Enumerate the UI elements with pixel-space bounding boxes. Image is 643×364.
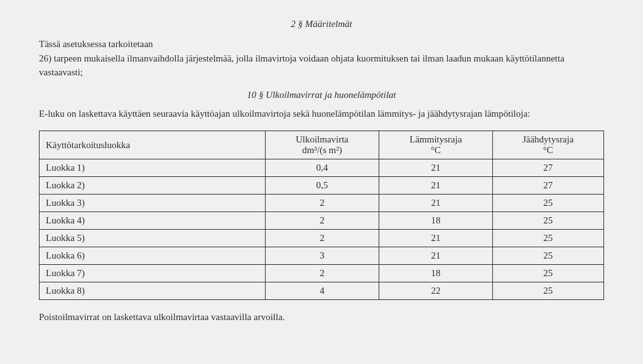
table-row: Luokka 1)0,42127 [40,159,604,177]
cell-airflow: 2 [265,195,379,212]
cell-cooling: 25 [492,282,603,300]
cell-heating: 18 [379,265,492,282]
cell-airflow: 3 [265,247,379,265]
cell-class: Luokka 1) [40,159,266,177]
cell-airflow: 2 [265,212,379,230]
col-header-class: Käyttötarkoitusluokka [40,131,266,159]
cell-airflow: 4 [265,282,379,300]
intro-paragraph: Tässä asetuksessa tarkoitetaan 26) tarpe… [39,37,604,80]
cell-cooling: 27 [492,159,603,177]
cell-class: Luokka 7) [40,265,266,282]
cell-class: Luokka 2) [40,177,266,195]
cell-cooling: 25 [492,195,603,212]
cell-heating: 21 [379,177,492,195]
footer-text: Poistoilmavirrat on laskettava ulkoilmav… [39,310,604,324]
table-row: Luokka 2)0,52127 [40,177,604,195]
table-row: Luokka 6)32125 [40,247,604,265]
cell-heating: 22 [379,282,492,300]
table-row: Luokka 7)21825 [40,265,604,282]
data-table: Käyttötarkoitusluokka Ulkoilmavirta dm³/… [39,131,604,300]
body-text: E-luku on laskettava käyttäen seuraavia … [39,107,604,121]
col-header-heating-sub: °C [431,145,441,155]
page-container: 2 § Määritelmät Tässä asetuksessa tarkoi… [20,13,623,331]
col-header-airflow-sub: dm³/(s m²) [302,145,342,155]
col-header-airflow-label: Ulkoilmavirta [296,134,349,144]
cell-airflow: 2 [265,230,379,247]
cell-cooling: 25 [492,212,603,230]
col-header-class-label: Käyttötarkoitusluokka [46,140,130,150]
cell-class: Luokka 3) [40,195,266,212]
cell-class: Luokka 8) [40,282,266,300]
cell-heating: 21 [379,195,492,212]
cell-airflow: 0,4 [265,159,379,177]
cell-cooling: 25 [492,230,603,247]
footer-text-content: Poistoilmavirrat on laskettava ulkoilmav… [39,312,285,322]
col-header-cooling-label: Jäähdytysraja [522,134,574,144]
cell-airflow: 2 [265,265,379,282]
cell-heating: 18 [379,212,492,230]
col-header-cooling-sub: °C [543,145,553,155]
col-header-heating-label: Lämmitysraja [409,134,462,144]
table-row: Luokka 4)21825 [40,212,604,230]
table-row: Luokka 3)22125 [40,195,604,212]
subsection-heading-text: 10 § Ulkoilmavirrat ja huonelämpötilat [247,90,396,100]
cell-cooling: 25 [492,247,603,265]
subsection-heading: 10 § Ulkoilmavirrat ja huonelämpötilat [39,90,604,100]
col-header-airflow: Ulkoilmavirta dm³/(s m²) [265,131,379,159]
cell-cooling: 27 [492,177,603,195]
section-heading-text: 2 § Määritelmät [291,19,352,29]
cell-heating: 21 [379,159,492,177]
table-row: Luokka 8)42225 [40,282,604,300]
col-header-heating: Lämmitysraja °C [379,131,492,159]
col-header-cooling: Jäähdytysraja °C [492,131,603,159]
cell-airflow: 0,5 [265,177,379,195]
cell-heating: 21 [379,230,492,247]
cell-heating: 21 [379,247,492,265]
cell-class: Luokka 5) [40,230,266,247]
intro-item-text: 26) tarpeen mukaisella ilmanvaihdolla jä… [39,53,565,78]
cell-cooling: 25 [492,265,603,282]
table-row: Luokka 5)22125 [40,230,604,247]
cell-class: Luokka 6) [40,247,266,265]
section-heading: 2 § Määritelmät [39,19,604,29]
cell-class: Luokka 4) [40,212,266,230]
intro-paragraph-text: Tässä asetuksessa tarkoitetaan [39,39,153,49]
body-text-content: E-luku on laskettava käyttäen seuraavia … [39,109,530,119]
